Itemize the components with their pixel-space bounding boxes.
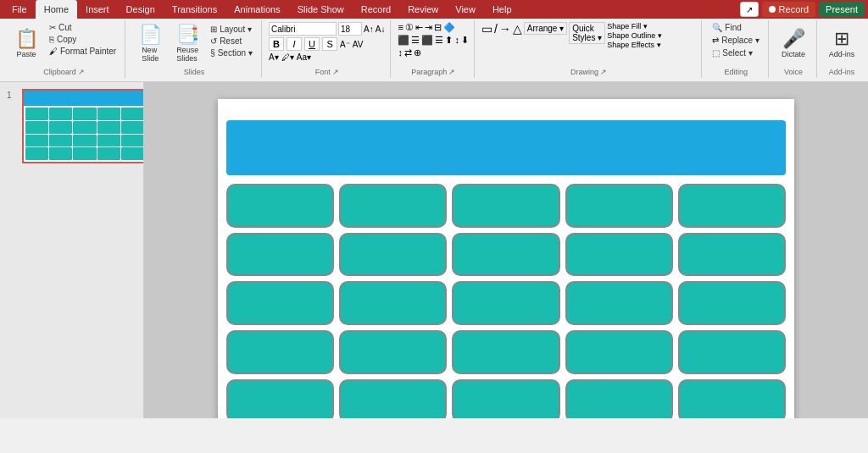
record-dot-icon <box>769 6 776 13</box>
shapes-more-icon[interactable]: △ <box>513 22 522 36</box>
reuse-slides-label: ReuseSlides <box>176 46 198 63</box>
font-group-label: Font <box>315 68 331 76</box>
bullets-button[interactable]: ≡ <box>398 22 403 33</box>
layout-icon: ⊞ <box>210 25 217 34</box>
reset-icon: ↺ <box>210 36 217 46</box>
slide-cell <box>678 233 786 277</box>
voice-group: 🎤 Dictate Voice <box>771 20 817 78</box>
numbering-button[interactable]: ① <box>405 22 414 33</box>
change-case-button[interactable]: Aa▾ <box>297 52 311 62</box>
cut-button[interactable]: ✂ Cut <box>46 22 120 33</box>
tab-record[interactable]: Record <box>353 0 399 19</box>
slide-cell <box>452 330 559 374</box>
paragraph-expand-icon[interactable]: ↗ <box>448 68 455 76</box>
thumb-cell <box>49 135 72 147</box>
increase-indent-button[interactable]: ⇥ <box>425 22 432 33</box>
shape-arrow-icon[interactable]: → <box>499 22 511 36</box>
align-left-button[interactable]: ⬛ <box>398 35 409 46</box>
thumb-cell <box>97 121 120 134</box>
select-button[interactable]: ⬚ Select ▾ <box>709 47 756 58</box>
slide-header-bar <box>226 120 786 175</box>
align-top-button[interactable]: ⬆ <box>445 35 453 46</box>
tab-file[interactable]: File <box>3 0 36 19</box>
font-size-input[interactable] <box>338 22 362 36</box>
char-spacing-button[interactable]: AV <box>353 40 364 49</box>
present-button[interactable]: Present <box>819 2 865 17</box>
new-slide-button[interactable]: 📄 NewSlide <box>132 22 168 66</box>
thumb-cell <box>121 108 144 120</box>
paste-button[interactable]: 📋 Paste <box>8 22 44 66</box>
decrease-font-button[interactable]: A↓ <box>376 25 386 34</box>
dictate-button[interactable]: 🎤 Dictate <box>776 22 811 66</box>
layout-button[interactable]: ⊞ Layout ▾ <box>207 24 256 35</box>
increase-font-button[interactable]: A↑ <box>364 25 374 34</box>
tab-insert[interactable]: Insert <box>77 0 118 19</box>
text-direction-button[interactable]: ⇄ <box>404 47 412 58</box>
section-button[interactable]: § Section ▾ <box>207 47 256 58</box>
slide-cell <box>565 281 673 325</box>
justify-button[interactable]: ☰ <box>435 35 443 46</box>
copy-button[interactable]: ⎘ Copy <box>46 34 120 45</box>
reset-button[interactable]: ↺ Reset <box>207 36 256 47</box>
shape-line-icon[interactable]: / <box>494 22 498 36</box>
align-right-button[interactable]: ⬛ <box>421 35 433 46</box>
share-icon[interactable]: ↗ <box>740 2 759 17</box>
tab-review[interactable]: Review <box>399 0 447 19</box>
quick-styles-button[interactable]: QuickStyles ▾ <box>569 22 605 44</box>
drawing-expand-icon[interactable]: ↗ <box>600 68 607 76</box>
new-slide-icon: 📄 <box>139 25 162 44</box>
slide-cell <box>565 379 673 418</box>
record-button[interactable]: Record <box>762 2 815 17</box>
slide-thumbnail-1[interactable] <box>22 89 144 163</box>
thumb-cell <box>25 121 48 134</box>
tab-home[interactable]: Home <box>36 0 77 19</box>
font-family-input[interactable] <box>269 22 337 36</box>
slide-cell <box>565 233 673 277</box>
clipboard-expand-icon[interactable]: ↗ <box>78 68 85 76</box>
addins-icon: ⊞ <box>834 30 849 48</box>
tab-view[interactable]: View <box>447 0 484 19</box>
slide-cell <box>678 281 786 325</box>
slide-cell <box>452 233 559 277</box>
shadow-button[interactable]: A⁻ <box>340 40 350 49</box>
addins-button[interactable]: ⊞ Add-ins <box>824 22 860 66</box>
shape-fill-button[interactable]: Shape Fill ▾ <box>607 22 662 30</box>
slide-content-grid <box>226 184 786 418</box>
italic-button[interactable]: I <box>287 37 302 51</box>
format-painter-button[interactable]: 🖌 Format Painter <box>46 46 120 57</box>
paragraph-group: ≡ ① ⇤ ⇥ ⊟ 🔷 ⬛ ☰ ⬛ ☰ ⬆ ↕ ⬇ ↕ ⇄ ⊕ Par <box>392 20 475 78</box>
align-bottom-button[interactable]: ⬇ <box>461 35 469 46</box>
tab-transitions[interactable]: Transitions <box>164 0 225 19</box>
strikethrough-button[interactable]: S <box>322 37 337 51</box>
tab-help[interactable]: Help <box>484 0 520 19</box>
align-center-button[interactable]: ☰ <box>411 35 420 46</box>
highlight-button[interactable]: 🖊▾ <box>281 52 294 62</box>
thumb-cell <box>121 147 144 160</box>
tab-animations[interactable]: Animations <box>225 0 288 19</box>
shape-rect-icon[interactable]: ▭ <box>481 22 492 36</box>
slide-canvas[interactable] <box>218 99 794 418</box>
font-color-button[interactable]: A▾ <box>269 52 279 62</box>
decrease-indent-button[interactable]: ⇤ <box>415 22 423 33</box>
slides-panel: 1 <box>0 82 144 418</box>
shape-effects-button[interactable]: Shape Effects ▾ <box>607 41 662 49</box>
shape-outline-button[interactable]: Shape Outline ▾ <box>607 31 662 40</box>
thumb-cell <box>25 147 48 160</box>
bold-button[interactable]: B <box>269 37 284 51</box>
convert-to-smartart-button[interactable]: ⊕ <box>414 47 421 58</box>
select-icon: ⬚ <box>712 48 720 58</box>
tab-design[interactable]: Design <box>118 0 164 19</box>
underline-button[interactable]: U <box>304 37 320 51</box>
find-button[interactable]: 🔍 Find <box>709 22 744 33</box>
slide-cell <box>678 184 786 228</box>
smartart-button[interactable]: 🔷 <box>443 22 455 33</box>
tab-slideshow[interactable]: Slide Show <box>289 0 353 19</box>
replace-button[interactable]: ⇄ Replace ▾ <box>709 35 763 46</box>
align-middle-button[interactable]: ↕ <box>454 35 459 46</box>
line-spacing-button[interactable]: ↕ <box>398 47 403 58</box>
font-expand-icon[interactable]: ↗ <box>332 68 339 76</box>
reuse-slides-button[interactable]: 📑 ReuseSlides <box>170 22 205 66</box>
paste-label: Paste <box>16 50 36 58</box>
arrange-button[interactable]: Arrange ▾ <box>524 22 567 35</box>
columns-button[interactable]: ⊟ <box>434 22 442 33</box>
